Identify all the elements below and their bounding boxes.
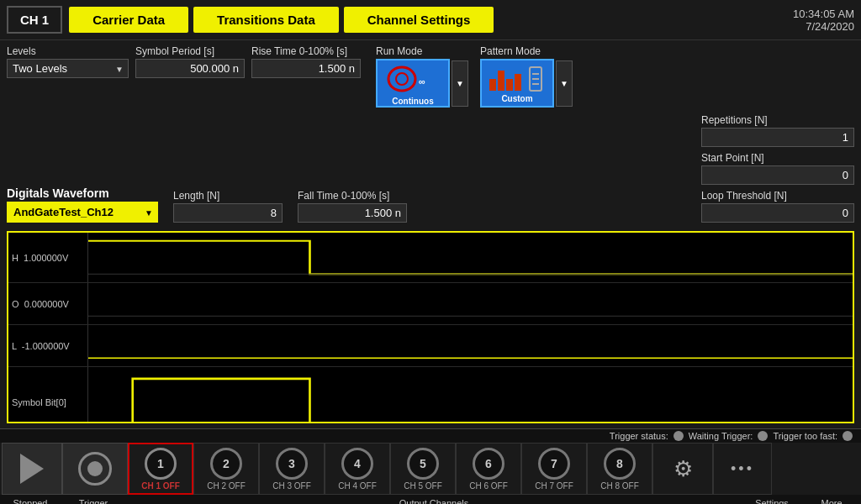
- run-mode-button[interactable]: ∞ Continuos: [376, 59, 450, 108]
- channel-4-icon: 4: [341, 448, 373, 480]
- l-level-label: L -1.000000V: [12, 341, 70, 351]
- left-panel: Levels Two Levels Symbol Period [s] Rise…: [0, 40, 861, 428]
- run-mode-group: Run Mode ∞ Continuos ▼: [376, 45, 468, 108]
- run-mode-value: Continuos: [392, 97, 433, 106]
- trigger-status-bar: Trigger status: Waiting Trigger: Trigger…: [0, 429, 861, 443]
- datetime: 10:34:05 AM 7/24/2020: [793, 8, 854, 33]
- h-label: H 1.000000V: [8, 233, 88, 282]
- fall-time-input[interactable]: [298, 203, 407, 223]
- channel-3-button[interactable]: 3 CH 3 OFF: [259, 443, 325, 495]
- tab-carrier[interactable]: Carrier Data: [69, 7, 188, 33]
- levels-group: Levels Two Levels: [7, 45, 129, 108]
- channel-6-label: CH 6 OFF: [469, 481, 508, 491]
- channel-1-button[interactable]: 1 CH 1 OFF: [128, 443, 193, 495]
- loop-threshold-input[interactable]: [701, 203, 854, 223]
- levels-label: Levels: [7, 45, 129, 57]
- levels-select[interactable]: Two Levels: [7, 59, 129, 78]
- right-panel-inputs: Repetitions [N] Start Point [N] Loop Thr…: [701, 111, 854, 223]
- o-row: O 0.000000V: [8, 283, 853, 325]
- channel-3-icon: 3: [276, 448, 308, 480]
- start-point-input[interactable]: [701, 165, 854, 185]
- pattern-mode-dropdown[interactable]: ▼: [556, 60, 573, 107]
- loop-threshold-label: Loop Threshold [N]: [701, 190, 854, 202]
- more-bottom-label: More: [802, 495, 861, 504]
- settings-button[interactable]: ⚙: [652, 443, 713, 495]
- waveform-select[interactable]: AndGateTest_Ch12: [7, 202, 158, 223]
- channel-5-icon: 5: [407, 448, 439, 480]
- pattern-mode-value: Custom: [501, 94, 532, 103]
- o-label: O 0.000000V: [8, 283, 88, 324]
- fall-time-group: Fall Time 0-100% [s]: [298, 190, 407, 223]
- h-chart-area: [88, 233, 853, 282]
- symbol-chart-area: [88, 367, 853, 423]
- waveform-chart: H 1.000000V O 0.000000V: [7, 231, 854, 423]
- o-level-label: O 0.000000V: [12, 299, 69, 309]
- symbol-row: Symbol Bit[0]: [8, 367, 853, 423]
- symbol-period-group: Symbol Period [s]: [135, 45, 245, 108]
- channel-4-label: CH 4 OFF: [338, 481, 377, 491]
- h-level-label: H 1.000000V: [12, 253, 68, 263]
- l-row: L -1.000000V: [8, 325, 853, 367]
- h-row: H 1.000000V: [8, 233, 853, 283]
- channel-1-icon: 1: [145, 448, 177, 480]
- symbol-period-label: Symbol Period [s]: [135, 45, 245, 57]
- output-channels-label: — Output Channels —: [126, 495, 742, 504]
- repetitions-input[interactable]: [701, 128, 854, 147]
- play-button[interactable]: [2, 443, 62, 495]
- symbol-level-label: Symbol Bit[0]: [12, 397, 66, 407]
- channel-7-icon: 7: [538, 448, 570, 480]
- too-fast-text: Trigger too fast:: [773, 431, 837, 441]
- channel-8-button[interactable]: 8 CH 8 OFF: [587, 443, 652, 495]
- pattern-mode-button[interactable]: Custom: [480, 59, 554, 108]
- repetitions-label: Repetitions [N]: [701, 114, 854, 126]
- trigger-icon: [78, 452, 112, 486]
- header: CH 1 Carrier Data Transitions Data Chann…: [0, 0, 861, 40]
- bottom-labels-bar: Stopped Trigger — Output Channels — Sett…: [0, 495, 861, 504]
- time-display: 10:34:05 AM: [793, 8, 854, 20]
- symbol-label: Symbol Bit[0]: [8, 367, 88, 423]
- bottom-toolbar: Trigger status: Waiting Trigger: Trigger…: [0, 428, 861, 504]
- trigger-status-text: Trigger status:: [610, 431, 668, 441]
- pattern-mode-button-wrapper: Custom ▼: [480, 59, 573, 108]
- o-chart-area: [88, 283, 853, 324]
- l-chart-area: [88, 325, 853, 366]
- run-mode-dropdown[interactable]: ▼: [452, 60, 468, 107]
- channel-4-button[interactable]: 4 CH 4 OFF: [325, 443, 390, 495]
- channel-3-label: CH 3 OFF: [272, 481, 311, 491]
- ch-button[interactable]: CH 1: [7, 6, 62, 34]
- loop-threshold-group: Loop Threshold [N]: [701, 186, 854, 223]
- more-button[interactable]: •••: [713, 443, 772, 495]
- channel-7-button[interactable]: 7 CH 7 OFF: [521, 443, 587, 495]
- tab-channel-settings[interactable]: Channel Settings: [344, 7, 494, 33]
- trigger-button[interactable]: [62, 443, 128, 495]
- channel-6-button[interactable]: 6 CH 6 OFF: [456, 443, 521, 495]
- channel-2-icon: 2: [210, 448, 242, 480]
- more-dots-icon: •••: [731, 460, 754, 478]
- channel-8-icon: 8: [604, 448, 636, 480]
- gear-icon: ⚙: [673, 456, 693, 482]
- l-label: L -1.000000V: [8, 325, 88, 366]
- levels-select-wrapper[interactable]: Two Levels: [7, 59, 129, 78]
- rise-time-input[interactable]: [251, 59, 361, 78]
- pattern-mode-label: Pattern Mode: [480, 45, 573, 57]
- l-waveform-svg: [88, 325, 853, 366]
- waveform-select-wrapper[interactable]: AndGateTest_Ch12: [7, 202, 158, 223]
- start-point-label: Start Point [N]: [701, 152, 854, 164]
- length-label: Length [N]: [173, 190, 283, 202]
- svg-point-0: [388, 67, 415, 91]
- rise-time-label: Rise Time 0-100% [s]: [251, 45, 361, 57]
- waiting-trigger-dot: [758, 431, 768, 441]
- symbol-period-input[interactable]: [135, 59, 245, 78]
- waiting-trigger-text: Waiting Trigger:: [689, 431, 753, 441]
- svg-rect-5: [506, 79, 513, 91]
- channels-row: 1 CH 1 OFF 2 CH 2 OFF 3 CH 3 OFF 4 CH 4 …: [0, 443, 861, 495]
- rise-time-group: Rise Time 0-100% [s]: [251, 45, 361, 108]
- tab-transitions[interactable]: Transitions Data: [193, 7, 339, 33]
- date-display: 7/24/2020: [793, 20, 854, 33]
- channel-2-button[interactable]: 2 CH 2 OFF: [193, 443, 259, 495]
- fall-time-label: Fall Time 0-100% [s]: [298, 190, 407, 202]
- h-waveform-svg: [88, 233, 853, 282]
- digitals-group: Digitals Waveform AndGateTest_Ch12: [7, 183, 158, 223]
- length-input[interactable]: [173, 203, 283, 223]
- channel-5-button[interactable]: 5 CH 5 OFF: [390, 443, 456, 495]
